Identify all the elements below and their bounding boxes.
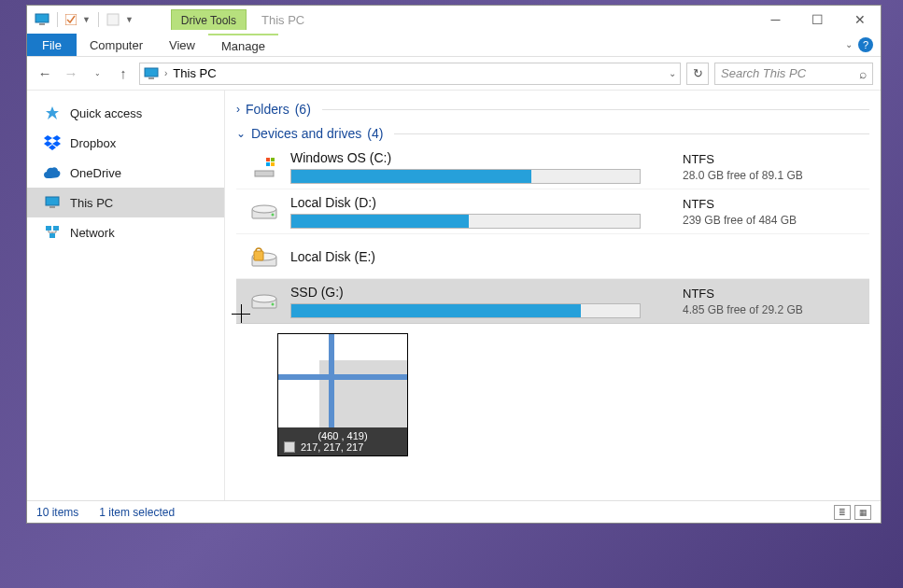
group-header-folders[interactable]: › Folders (6) xyxy=(236,98,869,120)
explorer-window: ▼ ▼ Drive Tools This PC ─ ☐ ✕ File Compu… xyxy=(26,5,882,524)
nav-onedrive[interactable]: OneDrive xyxy=(27,158,224,188)
monitor-icon xyxy=(144,67,159,80)
refresh-button[interactable]: ↻ xyxy=(686,63,709,85)
svg-rect-17 xyxy=(255,171,274,176)
view-large-icon[interactable]: ▦ xyxy=(854,505,871,520)
svg-rect-20 xyxy=(266,162,270,166)
manage-tab[interactable]: Manage xyxy=(208,34,278,56)
drive-meta: NTFS28.0 GB free of 89.1 GB xyxy=(683,152,869,182)
svg-point-29 xyxy=(252,295,276,302)
usage-bar xyxy=(290,303,641,318)
nav-this-pc[interactable]: This PC xyxy=(27,188,224,217)
ribbon: File Computer View Manage ⌄ ? xyxy=(27,34,881,57)
svg-rect-27 xyxy=(254,251,263,260)
svg-point-30 xyxy=(272,302,275,305)
view-details-icon[interactable]: ≣ xyxy=(834,505,851,520)
qat-dropdown-icon[interactable]: ▼ xyxy=(82,15,91,24)
network-icon xyxy=(44,224,61,241)
svg-marker-8 xyxy=(52,135,61,141)
back-button[interactable]: ← xyxy=(35,63,55,84)
group-folders: › Folders (6) xyxy=(236,98,869,120)
maximize-button[interactable]: ☐ xyxy=(797,6,839,34)
drive-free: 4.85 GB free of 29.2 GB xyxy=(683,303,869,316)
nav-dropbox[interactable]: Dropbox xyxy=(27,128,224,158)
usage-bar xyxy=(290,169,641,184)
status-bar: 10 items 1 item selected ≣ ▦ xyxy=(27,500,881,523)
title-bar: ▼ ▼ Drive Tools This PC ─ ☐ ✕ xyxy=(27,6,881,34)
drive-info: Windows OS (C:) xyxy=(290,150,670,184)
drive-tools-tab[interactable]: Drive Tools xyxy=(171,9,247,30)
svg-point-23 xyxy=(252,205,276,213)
address-bar: ← → ⌄ ↑ › This PC ⌄ ↻ Search This PC ⌕ xyxy=(27,57,881,91)
ribbon-collapse-icon[interactable]: ⌄ xyxy=(845,39,853,49)
group-count: (6) xyxy=(295,102,311,117)
view-tab[interactable]: View xyxy=(156,34,208,56)
nav-network[interactable]: Network xyxy=(27,217,224,247)
drive-name: SSD (G:) xyxy=(290,285,670,300)
minimize-button[interactable]: ─ xyxy=(755,6,797,34)
svg-rect-19 xyxy=(271,158,275,161)
view-switch: ≣ ▦ xyxy=(834,505,871,520)
computer-tab[interactable]: Computer xyxy=(77,34,156,56)
dropbox-icon xyxy=(44,134,61,151)
svg-point-24 xyxy=(272,213,275,216)
separator xyxy=(98,12,99,27)
star-icon xyxy=(44,105,61,121)
close-button[interactable]: ✕ xyxy=(839,6,881,34)
qat-blank-icon[interactable] xyxy=(106,13,120,26)
quick-access-toolbar: ▼ ▼ xyxy=(27,12,134,27)
svg-rect-3 xyxy=(107,14,119,25)
zoom-view xyxy=(278,334,407,427)
drive-name: Local Disk (E:) xyxy=(290,249,670,264)
monitor-icon xyxy=(44,194,61,211)
zoom-rgb: 217, 217, 217 xyxy=(301,441,363,453)
svg-rect-14 xyxy=(46,226,51,231)
address-field[interactable]: › This PC ⌄ xyxy=(139,63,681,85)
drive-icon xyxy=(251,199,277,225)
drive-info: Local Disk (E:) xyxy=(290,249,670,264)
svg-rect-21 xyxy=(271,162,275,166)
chevron-right-icon: › xyxy=(164,68,167,78)
drive-item[interactable]: Local Disk (E:) xyxy=(236,234,869,279)
app-icon xyxy=(35,13,49,26)
qat-check-icon[interactable] xyxy=(65,14,77,25)
svg-rect-4 xyxy=(145,68,158,77)
svg-rect-15 xyxy=(53,226,59,231)
drive-info: Local Disk (D:) xyxy=(290,195,670,229)
usage-bar xyxy=(290,214,641,229)
nav-label: This PC xyxy=(70,196,113,210)
nav-label: Dropbox xyxy=(70,136,116,150)
drive-meta: NTFS4.85 GB free of 29.2 GB xyxy=(683,287,869,316)
drive-fs: NTFS xyxy=(683,287,869,301)
recent-dropdown-icon[interactable]: ⌄ xyxy=(87,63,107,84)
help-icon[interactable]: ? xyxy=(858,37,873,52)
svg-rect-0 xyxy=(35,14,49,22)
drive-item[interactable]: Local Disk (D:) NTFS239 GB free of 484 G… xyxy=(236,189,869,234)
file-tab[interactable]: File xyxy=(27,34,77,56)
drives-list: Windows OS (C:) NTFS28.0 GB free of 89.1… xyxy=(236,145,869,324)
qat-dropdown-icon[interactable]: ▼ xyxy=(125,15,134,24)
zoom-readout: (460 , 419) 217, 217, 217 xyxy=(278,427,407,455)
up-button[interactable]: ↑ xyxy=(113,63,134,84)
nav-quick-access[interactable]: Quick access xyxy=(27,98,224,128)
drive-icon xyxy=(251,154,277,180)
group-label: Folders xyxy=(246,102,289,117)
forward-button[interactable]: → xyxy=(61,63,81,84)
divider xyxy=(322,109,869,110)
color-picker-zoom: (460 , 419) 217, 217, 217 xyxy=(277,333,408,456)
drive-free: 28.0 GB free of 89.1 GB xyxy=(683,169,869,182)
search-input[interactable]: Search This PC ⌕ xyxy=(714,63,873,85)
group-header-devices[interactable]: ⌄ Devices and drives (4) xyxy=(236,122,869,145)
cloud-icon xyxy=(44,164,61,181)
drive-item[interactable]: SSD (G:) NTFS4.85 GB free of 29.2 GB xyxy=(236,279,869,324)
svg-rect-5 xyxy=(148,77,154,79)
drive-free: 239 GB free of 484 GB xyxy=(683,214,869,227)
drive-name: Local Disk (D:) xyxy=(290,195,670,210)
drive-icon xyxy=(251,244,277,270)
svg-rect-16 xyxy=(49,233,55,238)
drive-fs: NTFS xyxy=(683,152,869,166)
address-dropdown-icon[interactable]: ⌄ xyxy=(669,68,676,78)
group-devices: ⌄ Devices and drives (4) Windows OS (C:)… xyxy=(236,122,869,324)
drive-item[interactable]: Windows OS (C:) NTFS28.0 GB free of 89.1… xyxy=(236,145,869,189)
drive-icon xyxy=(251,288,277,315)
